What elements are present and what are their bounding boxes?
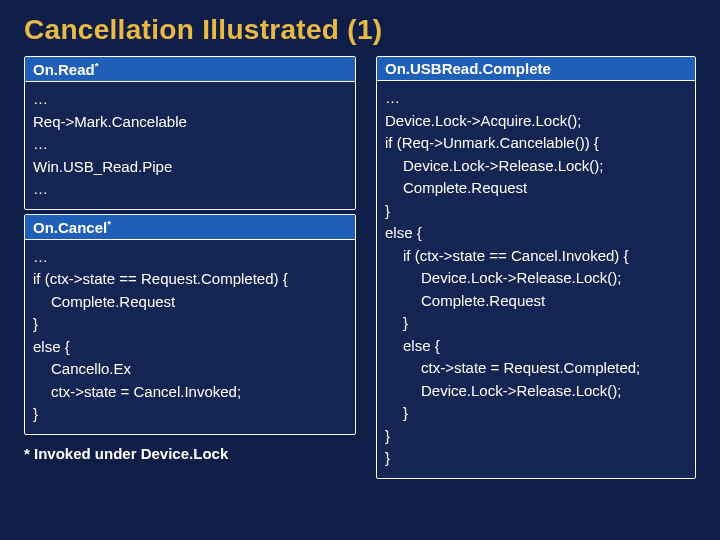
oncancel-header-sup: *: [107, 218, 111, 229]
code-line: else {: [33, 338, 70, 355]
onusbreadcomplete-box: On.USBRead.Complete … Device.Lock->Acqui…: [376, 56, 696, 479]
code-line: Complete.Request: [33, 291, 347, 314]
onread-header-text: On.Read: [33, 61, 95, 78]
code-line: …: [33, 248, 48, 265]
code-line: Device.Lock->Release.Lock();: [385, 380, 687, 403]
onusbreadcomplete-header-text: On.USBRead.Complete: [385, 60, 551, 77]
code-line: }: [385, 402, 687, 425]
slide: Cancellation Illustrated (1) On.Read* … …: [0, 0, 720, 540]
code-line: if (ctx->state == Cancel.Invoked) {: [385, 245, 687, 268]
oncancel-box: On.Cancel* … if (ctx->state == Request.C…: [24, 214, 356, 435]
code-line: ctx->state = Cancel.Invoked;: [33, 381, 347, 404]
code-line: …: [33, 90, 48, 107]
code-line: }: [33, 405, 38, 422]
code-line: }: [385, 449, 390, 466]
onusbreadcomplete-body: … Device.Lock->Acquire.Lock(); if (Req->…: [377, 81, 695, 478]
onread-header: On.Read*: [25, 57, 355, 82]
code-line: …: [385, 89, 400, 106]
code-line: Win.USB_Read.Pipe: [33, 158, 172, 175]
slide-title: Cancellation Illustrated (1): [24, 14, 696, 46]
onread-header-sup: *: [95, 60, 99, 71]
code-line: Cancello.Ex: [33, 358, 347, 381]
code-line: ctx->state = Request.Completed;: [385, 357, 687, 380]
code-line: if (ctx->state == Request.Completed) {: [33, 270, 288, 287]
oncancel-header-text: On.Cancel: [33, 219, 107, 236]
code-line: Req->Mark.Cancelable: [33, 113, 187, 130]
code-line: …: [33, 180, 48, 197]
code-line: …: [33, 135, 48, 152]
right-column: On.USBRead.Complete … Device.Lock->Acqui…: [376, 56, 696, 522]
onusbreadcomplete-header: On.USBRead.Complete: [377, 57, 695, 81]
code-line: Device.Lock->Release.Lock();: [385, 155, 687, 178]
code-line: Device.Lock->Release.Lock();: [385, 267, 687, 290]
code-line: else {: [385, 335, 687, 358]
left-column: On.Read* … Req->Mark.Cancelable … Win.US…: [24, 56, 356, 522]
code-line: }: [385, 427, 390, 444]
onread-body: … Req->Mark.Cancelable … Win.USB_Read.Pi…: [25, 82, 355, 209]
oncancel-header: On.Cancel*: [25, 215, 355, 240]
footnote: * Invoked under Device.Lock: [24, 445, 356, 462]
code-line: Complete.Request: [385, 177, 687, 200]
code-line: }: [385, 202, 390, 219]
columns: On.Read* … Req->Mark.Cancelable … Win.US…: [24, 56, 696, 522]
onread-box: On.Read* … Req->Mark.Cancelable … Win.US…: [24, 56, 356, 210]
code-line: }: [385, 312, 687, 335]
code-line: Complete.Request: [385, 290, 687, 313]
code-line: if (Req->Unmark.Cancelable()) {: [385, 134, 599, 151]
oncancel-body: … if (ctx->state == Request.Completed) {…: [25, 240, 355, 434]
code-line: Device.Lock->Acquire.Lock();: [385, 112, 581, 129]
code-line: }: [33, 315, 38, 332]
code-line: else {: [385, 224, 422, 241]
